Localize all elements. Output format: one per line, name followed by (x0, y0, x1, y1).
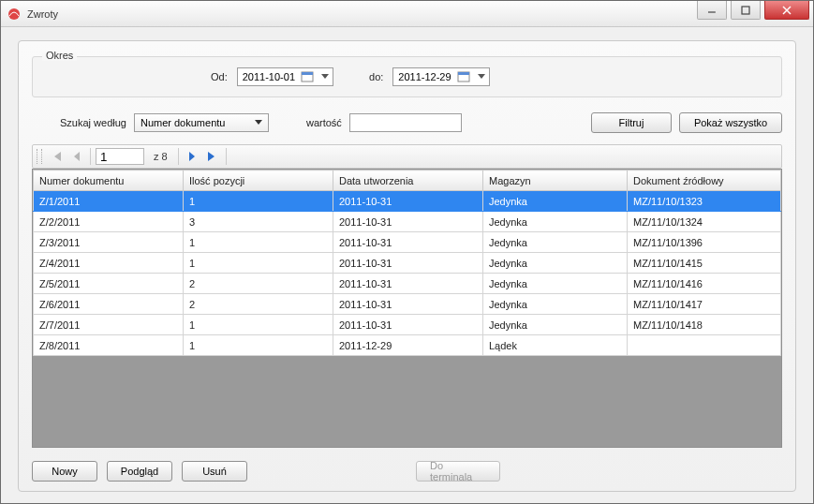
nav-prev-button[interactable] (68, 148, 85, 165)
do-terminala-button[interactable]: Do terminala (416, 461, 500, 482)
minimize-button[interactable] (697, 1, 727, 20)
table-cell: 2011-12-29 (333, 335, 483, 356)
table-cell: Z/4/2011 (34, 253, 184, 274)
table-row[interactable]: Z/2/201132011-10-31JedynkaMZ/11/10/1324 (34, 212, 781, 232)
chevron-down-icon (319, 70, 331, 83)
table-row[interactable]: Z/6/201122011-10-31JedynkaMZ/11/10/1417 (34, 294, 781, 315)
table-cell: MZ/11/10/1396 (628, 232, 781, 253)
page-count-label: z 8 (148, 151, 173, 162)
table-cell: 2011-10-31 (333, 294, 483, 315)
table-row[interactable]: Z/5/201122011-10-31JedynkaMZ/11/10/1416 (34, 274, 781, 294)
table-cell: 2011-10-31 (333, 191, 483, 212)
table-row[interactable]: Z/1/201112011-10-31JedynkaMZ/11/10/1323 (34, 191, 781, 212)
search-by-combo[interactable]: Numer dokumentu (134, 113, 269, 132)
okres-legend: Okres (42, 50, 77, 61)
svg-marker-11 (255, 120, 262, 125)
svg-rect-6 (302, 72, 313, 75)
table-cell: Jedynka (483, 294, 628, 315)
szukaj-label: Szukaj według (60, 117, 126, 128)
grip-icon (37, 149, 42, 164)
table-cell: 1 (184, 191, 333, 212)
table-row[interactable]: Z/8/201112011-12-29Lądek (34, 335, 781, 356)
table-cell: 2011-10-31 (333, 212, 483, 232)
table-row[interactable]: Z/3/201112011-10-31JedynkaMZ/11/10/1396 (34, 232, 781, 253)
okres-group: Okres Od: 2011-10-01 do: 2011-12-29 (32, 56, 782, 97)
table-cell: 1 (184, 232, 333, 253)
table-cell: MZ/11/10/1323 (628, 191, 781, 212)
navigator-bar: z 8 (32, 144, 782, 169)
table-cell: MZ/11/10/1415 (628, 253, 781, 274)
table-cell: Z/3/2011 (34, 232, 184, 253)
data-grid[interactable]: Numer dokumentu Ilość pozycji Data utwor… (32, 169, 782, 448)
svg-rect-2 (742, 7, 749, 14)
table-cell: Jedynka (483, 212, 628, 232)
nav-last-button[interactable] (204, 148, 221, 165)
table-cell: 1 (184, 253, 333, 274)
app-icon (7, 7, 22, 22)
do-label: do: (369, 71, 383, 82)
svg-marker-13 (189, 152, 195, 161)
col-magazyn[interactable]: Magazyn (483, 170, 628, 191)
svg-point-0 (8, 8, 20, 20)
svg-rect-9 (458, 72, 469, 75)
wartosc-label: wartość (306, 117, 342, 128)
table-cell: MZ/11/10/1418 (628, 315, 781, 335)
table-cell: 2011-10-31 (333, 315, 483, 335)
grid-filler (33, 356, 781, 447)
table-cell: Jedynka (483, 253, 628, 274)
od-datepicker[interactable]: 2011-10-01 (237, 67, 333, 86)
content-area: Okres Od: 2011-10-01 do: 2011-12-29 Szuk… (1, 27, 813, 503)
table-cell: Z/1/2011 (34, 191, 184, 212)
nav-next-button[interactable] (184, 148, 200, 165)
maximize-button[interactable] (731, 1, 761, 20)
od-label: Od: (211, 71, 228, 82)
col-zrodlowy[interactable]: Dokument źródłowy (628, 170, 781, 191)
do-datepicker[interactable]: 2011-12-29 (392, 67, 489, 86)
table-cell: 2 (184, 274, 333, 294)
table-cell: 2011-10-31 (333, 232, 483, 253)
wartosc-input[interactable] (349, 113, 462, 132)
table-cell: Jedynka (483, 191, 628, 212)
table-cell: 1 (184, 315, 333, 335)
page-input[interactable] (96, 148, 144, 165)
table-cell: Z/7/2011 (34, 315, 184, 335)
podglad-button[interactable]: Podgląd (107, 461, 172, 482)
table-cell: MZ/11/10/1324 (628, 212, 781, 232)
window-title: Zwroty (27, 8, 693, 20)
col-numer[interactable]: Numer dokumentu (34, 170, 184, 191)
col-ilosc[interactable]: Ilość pozycji (184, 170, 333, 191)
od-value: 2011-10-01 (243, 71, 295, 82)
nav-first-button[interactable] (48, 148, 65, 165)
table-cell: 2011-10-31 (333, 253, 483, 274)
table-cell: 2011-10-31 (333, 274, 483, 294)
filtruj-button[interactable]: Filtruj (591, 112, 672, 133)
table-row[interactable]: Z/7/201112011-10-31JedynkaMZ/11/10/1418 (34, 315, 781, 335)
table-header-row: Numer dokumentu Ilość pozycji Data utwor… (34, 170, 781, 191)
table-cell: Lądek (483, 335, 628, 356)
usun-button[interactable]: Usuń (182, 461, 247, 482)
table-cell: Z/6/2011 (34, 294, 184, 315)
filter-row: Szukaj według Numer dokumentu wartość Fi… (32, 112, 782, 133)
table-cell: MZ/11/10/1416 (628, 274, 781, 294)
col-data[interactable]: Data utworzenia (333, 170, 483, 191)
svg-marker-10 (478, 74, 485, 79)
combo-value: Numer dokumentu (141, 117, 226, 128)
titlebar: Zwroty (1, 1, 813, 27)
footer-buttons: Nowy Podgląd Usuń Do terminala (32, 461, 782, 482)
table-cell: 3 (184, 212, 333, 232)
table-cell (628, 335, 781, 356)
table-cell: Z/2/2011 (34, 212, 184, 232)
svg-marker-12 (74, 152, 80, 161)
pokaz-wszystko-button[interactable]: Pokaż wszystko (679, 112, 782, 133)
chevron-down-icon (253, 120, 264, 126)
main-panel: Okres Od: 2011-10-01 do: 2011-12-29 Szuk… (18, 40, 796, 492)
nowy-button[interactable]: Nowy (32, 461, 97, 482)
chevron-down-icon (476, 70, 487, 83)
table-cell: Z/8/2011 (34, 335, 184, 356)
close-button[interactable] (764, 1, 809, 20)
table-row[interactable]: Z/4/201112011-10-31JedynkaMZ/11/10/1415 (34, 253, 781, 274)
table-cell: Jedynka (483, 232, 628, 253)
svg-marker-7 (321, 74, 329, 79)
table-cell: Jedynka (483, 315, 628, 335)
calendar-icon (301, 70, 314, 83)
